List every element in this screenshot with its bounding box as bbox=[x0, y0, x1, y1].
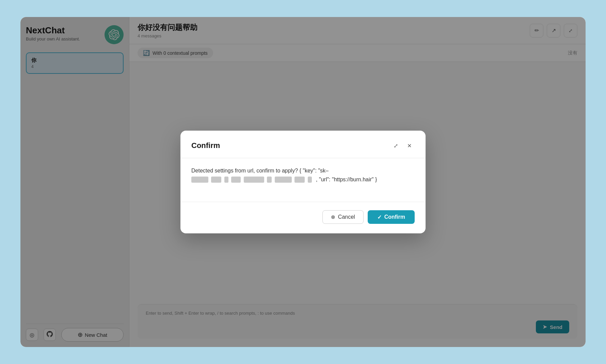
cancel-button[interactable]: ⊗ Cancel bbox=[322, 210, 364, 224]
modal-actions: ⊗ Cancel ✓ Confirm bbox=[191, 210, 415, 224]
modal-overlay: Confirm ⤢ ✕ Detected settings from url, … bbox=[20, 17, 586, 347]
modal-header-actions: ⤢ ✕ bbox=[390, 140, 415, 151]
modal-body-text: Detected settings from url, confirm to a… bbox=[191, 168, 329, 173]
redacted-9 bbox=[308, 177, 312, 183]
cancel-label: Cancel bbox=[338, 214, 355, 220]
redacted-1 bbox=[191, 177, 208, 183]
app-frame: NextChat Build your own AI assistant. 你 … bbox=[20, 17, 586, 347]
modal-body: Detected settings from url, confirm to a… bbox=[191, 166, 415, 194]
modal-bottom-divider bbox=[180, 202, 426, 202]
modal-header: Confirm ⤢ ✕ bbox=[191, 140, 415, 151]
redacted-5 bbox=[244, 177, 264, 183]
cancel-icon: ⊗ bbox=[331, 214, 335, 220]
redacted-4 bbox=[231, 177, 241, 183]
modal-expand-button[interactable]: ⤢ bbox=[390, 140, 401, 151]
redacted-8 bbox=[294, 177, 305, 183]
confirm-modal: Confirm ⤢ ✕ Detected settings from url, … bbox=[180, 131, 426, 233]
modal-body-suffix: , "url": "https://burn.hair" } bbox=[316, 177, 377, 182]
modal-close-button[interactable]: ✕ bbox=[404, 140, 415, 151]
confirm-label: Confirm bbox=[384, 214, 405, 220]
confirm-icon: ✓ bbox=[377, 214, 382, 220]
confirm-button[interactable]: ✓ Confirm bbox=[368, 210, 415, 224]
modal-top-divider bbox=[180, 158, 426, 158]
redacted-3 bbox=[224, 177, 228, 183]
redacted-2 bbox=[211, 177, 221, 183]
modal-expand-icon: ⤢ bbox=[394, 143, 398, 149]
redacted-7 bbox=[275, 177, 292, 183]
modal-title: Confirm bbox=[191, 141, 220, 150]
redacted-6 bbox=[267, 177, 272, 183]
modal-close-icon: ✕ bbox=[407, 143, 412, 149]
